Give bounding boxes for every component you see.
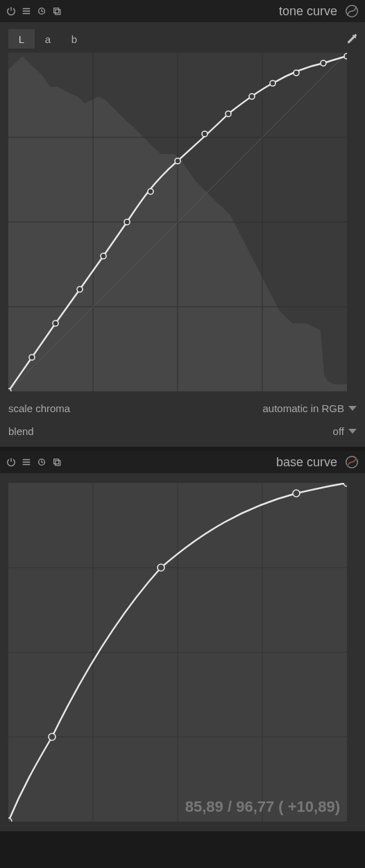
header-icon-group	[6, 6, 62, 17]
svg-rect-2	[56, 10, 60, 15]
svg-point-35	[8, 818, 12, 822]
multi-instance-icon[interactable]	[51, 6, 62, 17]
svg-point-17	[175, 158, 180, 164]
module-body: L a b	[0, 22, 365, 447]
module-body: 85,89 / 96,77 ( +10,89)	[0, 473, 365, 831]
svg-rect-1	[54, 8, 59, 13]
svg-point-22	[294, 70, 299, 76]
svg-point-19	[226, 111, 231, 117]
channel-tabs: L a b	[8, 29, 87, 49]
scale-chroma-row: scale chroma automatic in RGB	[8, 402, 357, 414]
module-logo-icon	[344, 3, 359, 19]
svg-point-39	[343, 483, 347, 486]
svg-point-36	[49, 733, 56, 740]
chevron-down-icon	[348, 429, 357, 434]
scale-chroma-label: scale chroma	[8, 402, 70, 414]
svg-point-14	[101, 253, 106, 259]
svg-point-23	[321, 60, 326, 66]
svg-point-16	[148, 189, 153, 194]
svg-point-12	[53, 321, 58, 326]
blend-dropdown[interactable]: off	[333, 425, 357, 437]
tab-a[interactable]: a	[35, 29, 61, 49]
module-header: tone curve	[0, 0, 365, 22]
power-icon[interactable]	[6, 6, 17, 17]
svg-point-38	[293, 490, 300, 497]
tabs-row: L a b	[8, 29, 357, 49]
chevron-down-icon	[348, 406, 357, 411]
svg-point-15	[124, 219, 130, 225]
svg-point-37	[158, 564, 164, 571]
svg-point-20	[249, 94, 255, 99]
tab-L[interactable]: L	[8, 29, 35, 49]
color-picker-icon[interactable]	[344, 33, 357, 45]
svg-rect-26	[54, 459, 59, 464]
svg-point-13	[77, 287, 83, 292]
multi-instance-icon[interactable]	[51, 457, 62, 468]
svg-point-11	[29, 355, 35, 360]
tone-curve-editor[interactable]	[8, 53, 347, 391]
menu-icon[interactable]	[21, 6, 32, 17]
tone-curve-module: tone curve L a b	[0, 0, 365, 447]
svg-point-18	[202, 131, 207, 137]
svg-point-24	[344, 53, 347, 59]
module-title: base curve	[62, 455, 344, 470]
blend-row: blend off	[8, 425, 357, 437]
module-title: tone curve	[62, 4, 344, 19]
scale-chroma-dropdown[interactable]: automatic in RGB	[262, 402, 357, 414]
blend-label: blend	[8, 425, 34, 437]
tab-b[interactable]: b	[61, 29, 87, 49]
svg-point-21	[270, 80, 275, 86]
power-icon[interactable]	[6, 457, 17, 468]
grid	[8, 483, 347, 822]
base-curve-module: base curve	[0, 451, 365, 831]
module-logo-icon	[344, 454, 359, 470]
blend-value: off	[333, 425, 344, 437]
reset-icon[interactable]	[36, 457, 47, 468]
base-curve-editor[interactable]: 85,89 / 96,77 ( +10,89)	[8, 483, 347, 822]
menu-icon[interactable]	[21, 457, 32, 468]
scale-chroma-value: automatic in RGB	[262, 402, 344, 414]
module-header: base curve	[0, 451, 365, 473]
svg-rect-27	[56, 461, 60, 466]
header-icon-group	[6, 457, 62, 468]
reset-icon[interactable]	[36, 6, 47, 17]
